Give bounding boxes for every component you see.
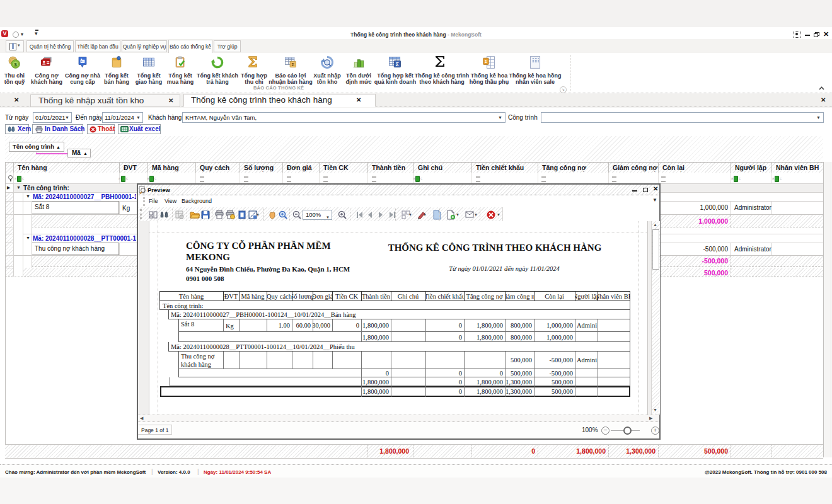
svg-text:Σ: Σ [485, 59, 487, 64]
svg-text:Σ: Σ [292, 62, 295, 67]
svg-text:Σ: Σ [396, 61, 399, 67]
